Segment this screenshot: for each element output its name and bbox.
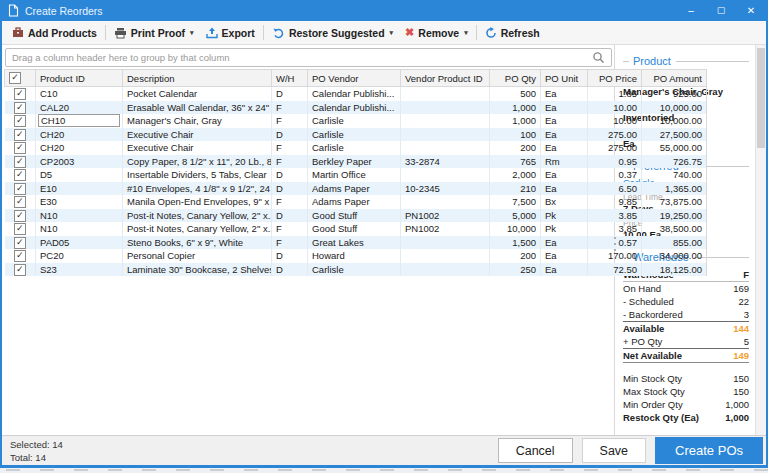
row-checkbox[interactable]: ✓ xyxy=(14,115,26,127)
cell-qty[interactable]: 1,500 xyxy=(490,236,541,250)
row-checkbox[interactable]: ✓ xyxy=(14,183,26,195)
cell-vendor_pid[interactable] xyxy=(401,236,490,250)
create-pos-button[interactable]: Create POs xyxy=(655,437,763,464)
cell-wh[interactable]: F xyxy=(272,222,308,236)
cell-qty[interactable]: 250 xyxy=(490,263,541,277)
table-row[interactable]: ✓CH20Executive ChairFCarlisle200Ea275.00… xyxy=(5,141,707,155)
cell-unit[interactable]: Ea xyxy=(541,101,588,115)
cell-vendor[interactable]: Carlisle xyxy=(308,114,401,128)
cell-product_id[interactable]: CP2003 xyxy=(36,155,123,169)
cell-amount[interactable]: 55,000.00 xyxy=(642,141,707,155)
cell-wh[interactable]: D xyxy=(272,263,308,277)
cell-vendor[interactable]: Carlisle xyxy=(308,128,401,142)
cell-wh[interactable]: D xyxy=(272,168,308,182)
table-row[interactable]: ✓E30Manila Open-End Envelopes, 9" x ...F… xyxy=(5,195,707,209)
cell-qty[interactable]: 500 xyxy=(490,87,541,101)
cell-description[interactable]: Pocket Calendar xyxy=(123,87,272,101)
table-row[interactable]: ✓CP2003Copy Paper, 8 1/2" x 11", 20 Lb.,… xyxy=(5,155,707,169)
add-products-button[interactable]: Add Products xyxy=(6,25,103,41)
cell-price[interactable]: 0.95 xyxy=(588,155,642,169)
row-checkbox[interactable]: ✓ xyxy=(14,210,26,222)
cell-amount[interactable]: 73,875.00 xyxy=(642,195,707,209)
cell-wh[interactable]: D xyxy=(272,209,308,223)
cell-product_id[interactable]: N10 xyxy=(36,209,123,223)
cell-product_id[interactable]: CH20 xyxy=(36,128,123,142)
cell-vendor_pid[interactable] xyxy=(401,128,490,142)
column-header-product_id[interactable]: Product ID xyxy=(36,70,123,87)
column-header-price[interactable]: PO Price xyxy=(588,70,642,87)
cell-product_id[interactable]: E10 xyxy=(36,182,123,196)
cell-vendor[interactable]: Howard xyxy=(308,249,401,263)
row-checkbox-cell[interactable]: ✓ xyxy=(5,263,36,277)
cell-wh[interactable]: F xyxy=(272,236,308,250)
restore-suggested-caret-icon[interactable]: ▾ xyxy=(390,29,394,37)
row-checkbox-cell[interactable]: ✓ xyxy=(5,236,36,250)
row-checkbox[interactable]: ✓ xyxy=(14,169,26,181)
cell-vendor[interactable]: Carlisle xyxy=(308,263,401,277)
row-checkbox[interactable]: ✓ xyxy=(14,156,26,168)
cell-unit[interactable]: Ea xyxy=(541,168,588,182)
row-checkbox[interactable]: ✓ xyxy=(14,129,26,141)
cell-wh[interactable]: F xyxy=(272,195,308,209)
cell-qty[interactable]: 1,000 xyxy=(490,101,541,115)
cell-wh[interactable]: D xyxy=(272,87,308,101)
table-row[interactable]: ✓CAL20Erasable Wall Calendar, 36" x 24"F… xyxy=(5,101,707,115)
cell-vendor_pid[interactable] xyxy=(401,249,490,263)
cell-vendor[interactable]: Great Lakes xyxy=(308,236,401,250)
remove-button[interactable]: ✖ Remove ▾ xyxy=(399,25,474,41)
column-header-vendor[interactable]: PO Vendor xyxy=(308,70,401,87)
cell-amount[interactable]: 726.75 xyxy=(642,155,707,169)
cell-vendor_pid[interactable] xyxy=(401,141,490,155)
row-checkbox-cell[interactable]: ✓ xyxy=(5,195,36,209)
table-row[interactable]: ✓E10#10 Envelopes, 4 1/8" x 9 1/2", 24 .… xyxy=(5,182,707,196)
cell-vendor_pid[interactable]: PN1002 xyxy=(401,209,490,223)
table-row[interactable]: ✓PAD05Steno Books, 6" x 9", WhiteFGreat … xyxy=(5,236,707,250)
cell-amount[interactable]: 38,500.00 xyxy=(642,222,707,236)
cell-unit[interactable]: Ea xyxy=(541,263,588,277)
cell-vendor_pid[interactable] xyxy=(401,101,490,115)
row-checkbox-cell[interactable]: ✓ xyxy=(5,222,36,236)
row-checkbox-cell[interactable]: ✓ xyxy=(5,249,36,263)
row-checkbox[interactable]: ✓ xyxy=(14,88,26,100)
cell-vendor[interactable]: Good Stuff xyxy=(308,209,401,223)
cell-unit[interactable]: Pk xyxy=(541,222,588,236)
cell-price[interactable]: 9.85 xyxy=(588,195,642,209)
cell-wh[interactable]: F xyxy=(272,141,308,155)
cell-vendor[interactable]: Martin Office xyxy=(308,168,401,182)
panel-scrollbar-thumb[interactable] xyxy=(757,48,765,148)
table-row[interactable]: ✓CH20Executive ChairDCarlisle100Ea275.00… xyxy=(5,128,707,142)
table-row[interactable]: ✓CH10Manager's Chair, GrayFCarlisle1,000… xyxy=(5,114,707,128)
row-checkbox-cell[interactable]: ✓ xyxy=(5,209,36,223)
cell-price[interactable]: 10.00 xyxy=(588,114,642,128)
export-button[interactable]: Export xyxy=(200,25,261,41)
cell-vendor[interactable]: Good Stuff xyxy=(308,222,401,236)
cell-amount[interactable]: 27,500.00 xyxy=(642,128,707,142)
table-row[interactable]: ✓S23Laminate 30" Bookcase, 2 Shelves...D… xyxy=(5,263,707,277)
cell-vendor_pid[interactable] xyxy=(401,195,490,209)
cell-qty[interactable]: 200 xyxy=(490,249,541,263)
cell-product_id[interactable]: C10 xyxy=(36,87,123,101)
row-checkbox[interactable]: ✓ xyxy=(14,264,26,276)
close-button[interactable]: ✕ xyxy=(736,0,766,21)
search-icon[interactable] xyxy=(592,51,605,64)
cell-wh[interactable]: D xyxy=(272,182,308,196)
cell-qty[interactable]: 2,000 xyxy=(490,168,541,182)
product-id-editor[interactable]: CH10 xyxy=(38,114,120,127)
cell-vendor_pid[interactable] xyxy=(401,168,490,182)
cancel-button[interactable]: Cancel xyxy=(498,438,573,463)
panel-scrollbar[interactable] xyxy=(755,45,766,435)
cell-description[interactable]: #10 Envelopes, 4 1/8" x 9 1/2", 24 ... xyxy=(123,182,272,196)
cell-qty[interactable]: 100 xyxy=(490,128,541,142)
cell-vendor_pid[interactable]: PN1002 xyxy=(401,222,490,236)
cell-description[interactable]: Personal Copier xyxy=(123,249,272,263)
cell-price[interactable]: 3.85 xyxy=(588,222,642,236)
cell-price[interactable]: 170.00 xyxy=(588,249,642,263)
cell-unit[interactable]: Ea xyxy=(541,141,588,155)
cell-description[interactable]: Executive Chair xyxy=(123,128,272,142)
cell-amount[interactable]: 10,000.00 xyxy=(642,114,707,128)
row-checkbox[interactable]: ✓ xyxy=(14,250,26,262)
remove-caret-icon[interactable]: ▾ xyxy=(464,29,468,37)
table-row[interactable]: ✓N10Post-it Notes, Canary Yellow, 2" x..… xyxy=(5,222,707,236)
save-button[interactable]: Save xyxy=(582,438,647,463)
cell-qty[interactable]: 765 xyxy=(490,155,541,169)
